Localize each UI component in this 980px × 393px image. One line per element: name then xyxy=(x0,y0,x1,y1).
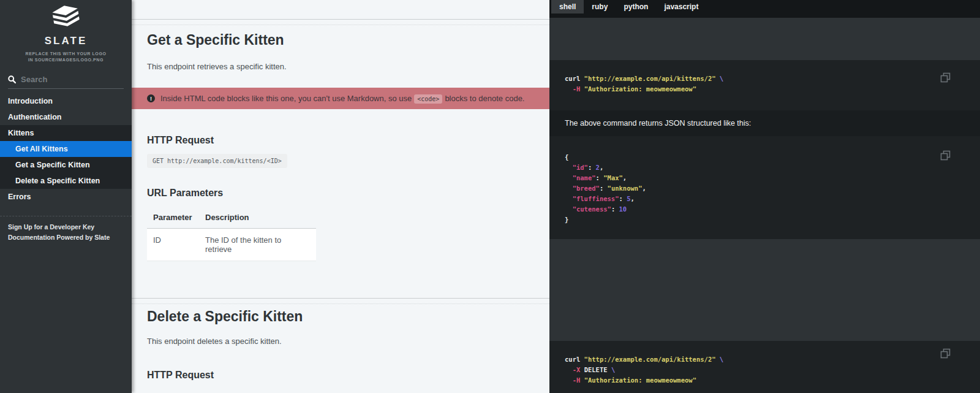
sidebar-item-introduction[interactable]: Introduction xyxy=(0,93,132,109)
json-response-code-block: { "id": 2, "name": "Max", "breed": "unkn… xyxy=(549,136,980,239)
search-icon xyxy=(8,75,16,83)
url-parameters-table: Parameter Description ID The ID of the k… xyxy=(147,207,316,261)
table-header-row: Parameter Description xyxy=(147,207,316,229)
table-cell-description: The ID of the kitten to retrieve xyxy=(199,229,316,261)
sidebar-item-kittens[interactable]: Kittens xyxy=(0,125,132,141)
sidebar-item-authentication[interactable]: Authentication xyxy=(0,109,132,125)
logo-tagline: REPLACE THIS WITH YOUR LOGO IN SOURCE/IM… xyxy=(0,51,132,63)
main-content: Get a Specific Kitten This endpoint retr… xyxy=(132,0,549,393)
logo-title: SLATE xyxy=(0,35,132,47)
annotation-text: The above command returns JSON structure… xyxy=(565,119,751,128)
stacked-books-icon xyxy=(47,5,85,31)
logo-tagline-line2: IN SOURCE/IMAGES/LOGO.PNG xyxy=(0,57,132,63)
sidebar-item-delete-a-specific-kitten[interactable]: Delete a Specific Kitten xyxy=(0,173,132,189)
sidebar-item-errors[interactable]: Errors xyxy=(0,189,132,205)
code-examples-panel: shell ruby python javascript curl "http:… xyxy=(549,0,980,393)
sidebar-item-get-all-kittens[interactable]: Get All Kittens xyxy=(0,141,132,157)
tab-javascript[interactable]: javascript xyxy=(656,0,706,13)
signup-developer-key-link[interactable]: Sign Up for a Developer Key xyxy=(8,222,124,232)
tab-shell[interactable]: shell xyxy=(551,0,584,13)
copy-icon[interactable] xyxy=(940,348,951,359)
exclamation-circle-icon: ! xyxy=(147,94,155,102)
delete-kitten-curl-code-block: curl "http://example.com/api/kittens/2" … xyxy=(549,341,980,393)
inline-code-chip: <code> xyxy=(414,94,442,104)
http-request-heading: HTTP Request xyxy=(147,370,214,381)
powered-by-slate-link[interactable]: Documentation Powered by Slate xyxy=(8,232,124,243)
warning-text-before: Inside HTML code blocks like this one, y… xyxy=(160,94,412,103)
warning-text: Inside HTML code blocks like this one, y… xyxy=(160,94,524,103)
section-description: This endpoint retrieves a specific kitte… xyxy=(147,62,287,71)
table-row: ID The ID of the kitten to retrieve xyxy=(147,229,316,261)
tab-python[interactable]: python xyxy=(616,0,656,13)
sidebar-footer: Sign Up for a Developer Key Documentatio… xyxy=(0,216,132,248)
search-box xyxy=(8,75,124,89)
section-divider-dotted xyxy=(132,303,549,304)
section-description: This endpoint deletes a specific kitten. xyxy=(147,337,282,346)
section-divider-solid xyxy=(132,19,549,20)
search-input[interactable] xyxy=(21,75,113,84)
slate-docs-page: SLATE REPLACE THIS WITH YOUR LOGO IN SOU… xyxy=(0,0,980,393)
section-divider-dotted xyxy=(132,25,549,25)
sidebar-section-kittens: Kittens Get All Kittens Get a Specific K… xyxy=(0,125,132,189)
language-tab-bar: shell ruby python javascript xyxy=(549,0,980,18)
response-annotation: The above command returns JSON structure… xyxy=(549,110,980,136)
warning-banner: ! Inside HTML code blocks like this one,… xyxy=(132,88,549,109)
logo-tagline-line1: REPLACE THIS WITH YOUR LOGO xyxy=(0,51,132,57)
table-cell-parameter: ID xyxy=(147,229,199,261)
get-kitten-curl-code-block: curl "http://example.com/api/kittens/2" … xyxy=(549,60,980,110)
copy-icon[interactable] xyxy=(940,72,951,83)
url-parameters-heading: URL Parameters xyxy=(147,188,223,199)
warning-text-after: blocks to denote code. xyxy=(445,94,524,103)
sidebar: SLATE REPLACE THIS WITH YOUR LOGO IN SOU… xyxy=(0,0,132,393)
tab-ruby[interactable]: ruby xyxy=(584,0,616,13)
table-header-parameter: Parameter xyxy=(147,207,199,228)
table-header-description: Description xyxy=(199,207,316,228)
logo: SLATE REPLACE THIS WITH YOUR LOGO IN SOU… xyxy=(0,0,132,63)
http-request-heading: HTTP Request xyxy=(147,135,214,146)
section-divider-solid xyxy=(132,298,549,299)
http-request-endpoint-code: GET http://example.com/kittens/<ID> xyxy=(147,154,287,168)
sidebar-item-get-a-specific-kitten[interactable]: Get a Specific Kitten xyxy=(0,157,132,173)
copy-icon[interactable] xyxy=(940,150,951,161)
page-title-delete-specific-kitten: Delete a Specific Kitten xyxy=(147,308,303,325)
page-title-get-specific-kitten: Get a Specific Kitten xyxy=(147,32,284,48)
sidebar-nav: Introduction Authentication Kittens Get … xyxy=(0,93,132,205)
